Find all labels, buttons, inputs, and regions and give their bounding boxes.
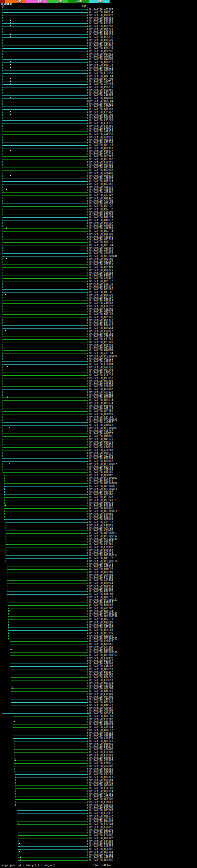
hit-label[interactable]: UniRef100_A7TNZ6	[89, 391, 113, 394]
hit-row[interactable]: UniRef100_Q77A60	[0, 626, 197, 629]
hit-bar[interactable]	[8, 605, 88, 606]
hit-bar[interactable]	[2, 189, 88, 191]
hit-row[interactable]: UniRef100_Q2V7T7	[0, 61, 197, 64]
hit-bar[interactable]	[14, 746, 88, 748]
hit-bar[interactable]	[2, 352, 88, 354]
hit-bar[interactable]	[5, 527, 88, 529]
hit-label[interactable]: UniRef100_C7SCV8	[89, 120, 113, 122]
hit-row[interactable]: UniRef100_Q3ZDX8	[0, 169, 197, 172]
hit-bar[interactable]	[12, 735, 88, 737]
hit-bar[interactable]	[2, 73, 88, 74]
hit-label[interactable]: UniRef100_B1WZM5	[89, 649, 113, 651]
hit-bar[interactable]	[2, 84, 88, 85]
hit-bar[interactable]	[7, 580, 88, 581]
hit-row[interactable]: UniRef100_P56337	[0, 150, 197, 152]
hit-row[interactable]: UniRef100_A5DQW7	[0, 707, 197, 709]
hit-label[interactable]: UniRef100_Q93YP3	[89, 369, 113, 371]
hit-label[interactable]: UniRef100_B4LTY6	[89, 591, 113, 593]
hit-bar[interactable]	[17, 815, 88, 817]
hit-bar[interactable]	[2, 305, 88, 307]
hit-row[interactable]: UniRef100_Q94X03	[0, 380, 197, 382]
hit-label[interactable]: UniRef100_Q71F47	[89, 145, 113, 147]
hit-row[interactable]: UniRef100_Q4SF77	[0, 557, 197, 560]
hit-row[interactable]: UniRef100_Q7PS95	[0, 471, 197, 474]
hit-label[interactable]: UniRef100_A5B6V5	[89, 178, 113, 180]
hit-label[interactable]: UniRef100_B6H7G2	[89, 397, 113, 399]
hit-label[interactable]: UniRef100_Q93X04	[89, 166, 113, 169]
hit-row[interactable]: UniRef100_B6H7G2	[0, 396, 197, 399]
hit-bar[interactable]	[2, 181, 88, 182]
hit-bar[interactable]	[2, 120, 88, 121]
hit-bar[interactable]	[2, 452, 88, 454]
hit-row[interactable]: UniRef100_Q71VD1	[0, 288, 197, 291]
hit-row[interactable]: UniRef100_C5DDQ6	[0, 834, 197, 837]
hit-bar[interactable]	[12, 707, 88, 709]
hit-row[interactable]: UniRef100_B0Y5C1	[0, 740, 197, 743]
hit-label[interactable]: UniRef100_Q56ZV4	[89, 541, 113, 543]
hit-bar[interactable]	[2, 372, 88, 373]
hit-bar[interactable]	[4, 483, 88, 484]
hit-bar[interactable]	[2, 142, 88, 144]
hit-label[interactable]: UniRef100_A9PHY6	[89, 136, 113, 138]
hit-row[interactable]: UniRef100_Q4WI77	[0, 432, 197, 435]
hit-bar[interactable]	[2, 314, 88, 315]
hit-label[interactable]: UniRef100_C4YCB3	[89, 416, 113, 418]
hit-bar[interactable]	[2, 425, 88, 426]
hit-bar[interactable]	[4, 480, 88, 482]
hit-label[interactable]: UniRef100_UPI000102	[89, 535, 118, 537]
hit-label[interactable]: UniRef100_B9STQ5	[89, 214, 113, 216]
hit-row[interactable]: UniRef100_Q94GQ7	[0, 222, 197, 224]
hit-row[interactable]: UniRef100_C9J7B5	[0, 543, 197, 546]
hit-bar[interactable]	[4, 477, 88, 479]
hit-label[interactable]: UniRef100_B9FY98	[89, 31, 113, 33]
hit-label[interactable]: UniRef100_C5H6N1	[89, 513, 113, 516]
hit-label[interactable]: UniRef100_P13051	[89, 377, 113, 380]
hit-label[interactable]: UniRef100_A6SBE3	[89, 394, 113, 396]
hit-label[interactable]: UniRef100_UPI0000B1	[89, 427, 118, 430]
hit-row[interactable]: UniRef100_Q6BLL4	[0, 407, 197, 410]
hit-bar[interactable]	[2, 333, 88, 335]
hit-row[interactable]: UniRef100_Q7QP44	[0, 582, 197, 585]
hit-label[interactable]: UniRef100_A5C319	[89, 186, 113, 188]
hit-label[interactable]: UniRef100_B6HJH7	[89, 388, 113, 391]
hit-row[interactable]: UniRef100_Q1QCJ3	[0, 64, 197, 66]
hit-bar[interactable]	[12, 716, 88, 717]
hit-label[interactable]: UniRef100_B6A157	[89, 671, 113, 673]
hit-bar[interactable]	[2, 283, 88, 285]
hit-bar[interactable]	[2, 331, 88, 332]
hit-bar[interactable]	[2, 364, 88, 365]
hit-label[interactable]: UniRef100_B3LNV9	[89, 820, 113, 823]
hit-row[interactable]: UniRef100_B8BE33	[0, 33, 197, 36]
hit-bar[interactable]	[2, 455, 88, 457]
hit-label[interactable]: UniRef100_B5RTM6	[89, 807, 113, 809]
hit-bar[interactable]	[2, 272, 88, 274]
hit-bar[interactable]	[2, 253, 88, 254]
hit-bar[interactable]	[2, 150, 88, 152]
hit-label[interactable]: UniRef100_P23301	[89, 341, 113, 344]
hit-row[interactable]: UniRef100_Q4CR77	[0, 219, 197, 222]
hit-label[interactable]: UniRef100_B6AFQ8	[89, 466, 113, 468]
hit-bar[interactable]	[11, 696, 88, 698]
hit-label[interactable]: UniRef100_Q2QQ48	[89, 42, 113, 44]
hit-row[interactable]: UniRef100_UPI000141	[0, 638, 197, 640]
hit-bar[interactable]	[2, 247, 88, 249]
hit-label[interactable]: UniRef100_C5KVN3	[89, 693, 113, 695]
hit-row[interactable]: UniRef100_Q10CJ2	[0, 66, 197, 69]
hit-bar[interactable]	[2, 430, 88, 432]
hit-bar[interactable]	[2, 203, 88, 205]
hit-row[interactable]: UniRef100_C5L897	[0, 305, 197, 308]
hit-row[interactable]: UniRef100_A2Q833	[0, 252, 197, 255]
hit-label[interactable]: UniRef100_A6W711	[89, 81, 113, 83]
hit-row[interactable]: UniRef100_A7AP26	[0, 527, 197, 529]
hit-bar[interactable]	[2, 380, 88, 382]
hit-row[interactable]: UniRef100_B9F5T2	[0, 319, 197, 321]
hit-row[interactable]: UniRef100_P63241	[0, 479, 197, 482]
hit-bar[interactable]	[12, 710, 88, 712]
hit-row[interactable]: UniRef100_Q6PW13	[0, 502, 197, 504]
hit-label[interactable]: UniRef100_Q6RJS1	[89, 147, 113, 150]
hit-label[interactable]: UniRef100_B9XNC1	[89, 286, 113, 288]
hit-label[interactable]: UniRef100_P56333	[89, 86, 113, 89]
hit-bar[interactable]	[2, 173, 88, 174]
hit-row[interactable]: UniRef100_UPI000109	[0, 537, 197, 540]
hit-bar[interactable]	[2, 441, 88, 443]
